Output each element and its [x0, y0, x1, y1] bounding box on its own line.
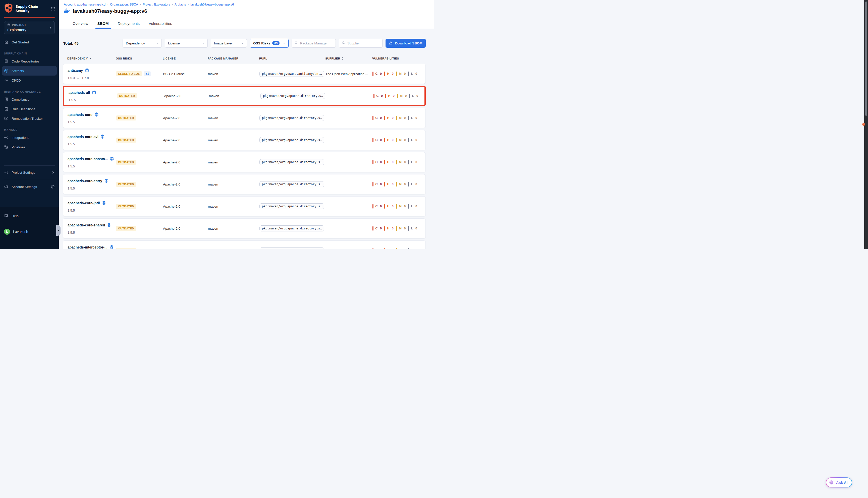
search-input-supplier[interactable]: Supplier [339, 39, 383, 48]
tab-sbom[interactable]: SBOM [98, 18, 109, 29]
purl-cell: pkg:maven/org.apache.directory.s… [259, 219, 325, 238]
table-row-apacheds-all[interactable]: apacheds-all1.5.5OUTDATEDApache-2.0maven… [63, 86, 426, 106]
table-row-apacheds-core[interactable]: apacheds-core1.5.5OUTDATEDApache-2.0mave… [63, 108, 426, 128]
sidebar-item-remediation-tracker[interactable]: Remediation Tracker [0, 114, 59, 123]
column-header-supplier[interactable]: SUPPLIER [325, 57, 372, 60]
sidebar-item-code-repositories[interactable]: Code Repositories [0, 56, 59, 66]
project-selector[interactable]: PROJECT Exploratory [4, 21, 55, 35]
table-row-apacheds-core-avl[interactable]: apacheds-core-avl1.5.5OUTDATEDApache-2.0… [63, 130, 426, 150]
severity-count-h: 0 [392, 183, 393, 186]
sidebar-item-compliance[interactable]: Compliance [0, 95, 59, 104]
oss-risks-cell: OUTDATED [116, 130, 163, 150]
severity-key-l: L [411, 138, 413, 142]
sort-desc-icon[interactable] [89, 57, 92, 60]
sidebar-item-rule-definitions[interactable]: Rule Definitions [0, 104, 59, 114]
severity-count-l: 0 [415, 205, 417, 208]
sidebar-item-integrations[interactable]: Integrations [0, 133, 59, 142]
search-input-package-manager[interactable]: Package Manager [292, 39, 336, 48]
severity-count-h: 0 [392, 160, 393, 164]
oss-risks-cell: OUTDATED [116, 197, 163, 216]
vulnerabilities-cell: C0H0M0L0 [373, 108, 426, 128]
breadcrumb-link-3[interactable]: Project: Exploratory [143, 3, 170, 6]
severity-bar-m [397, 94, 398, 98]
table-row-antisamy[interactable]: antisamy1.5.3→1.7.8CLOSE TO EOL+1BSD-2-C… [63, 64, 426, 84]
column-header-dependency[interactable]: DEPENDENCY [67, 57, 116, 60]
layers-icon [102, 200, 106, 206]
license-value: Apache-2.0 [163, 205, 180, 208]
severity-count-l: 0 [415, 116, 417, 120]
sidebar-collapse-handle[interactable]: ◀ [56, 225, 61, 236]
breadcrumb-link-5[interactable]: lavakush07/easy-buggy-app:v6 [190, 3, 234, 6]
risk-badge: OUTDATED [117, 93, 137, 99]
column-header-label: SUPPLIER [325, 57, 340, 60]
license-value: Apache-2.0 [163, 183, 180, 186]
table-row-apacheds-core-jndi[interactable]: apacheds-core-jndi1.5.5OUTDATEDApache-2.… [63, 196, 426, 217]
sidebar-item-project-settings[interactable]: Project Settings [4, 168, 55, 177]
download-sbom-button[interactable]: Download SBOM [386, 39, 426, 48]
tab-deployments[interactable]: Deployments [118, 18, 140, 29]
purl-chip[interactable]: pkg:maven/org.apache.directory.s… [259, 248, 324, 249]
table-row-apacheds-core-entry[interactable]: apacheds-core-entry1.5.5OUTDATEDApache-2… [63, 174, 426, 194]
filter-select-oss-risks[interactable]: OSS Risks03 [250, 39, 288, 48]
sidebar-item-pipelines[interactable]: Pipelines [0, 142, 59, 152]
column-header-label: VULNERABILITIES [372, 57, 399, 60]
severity-bar-m [396, 71, 397, 76]
sidebar-item-get-started[interactable]: Get Started [0, 37, 59, 47]
sidebar-footer: ? Help L Lavakush [0, 207, 59, 249]
app-switcher-grid-icon[interactable] [51, 6, 55, 11]
severity-bar-l [409, 94, 410, 98]
layers-icon [110, 156, 114, 162]
table-row-apacheds-core-shared[interactable]: apacheds-core-shared1.5.5OUTDATEDApache-… [63, 218, 426, 238]
risk-badge: OUTDATED [116, 182, 136, 187]
filter-select-license[interactable]: License [165, 39, 208, 48]
dependency-name: apacheds-interceptor-... [67, 245, 107, 249]
sidebar-item-ci-cd[interactable]: CI/CD [0, 76, 59, 85]
purl-chip[interactable]: pkg:maven/org.apache.directory.s… [259, 181, 324, 187]
sidebar-item-label: Pipelines [12, 145, 25, 149]
breadcrumb-link-4[interactable]: Artifacts [174, 3, 186, 6]
sidebar-item-account-settings[interactable]: Account Settings [4, 182, 55, 192]
filter-select-image-layer[interactable]: Image Layer [211, 39, 247, 48]
filter-select-dependency[interactable]: Dependency [122, 39, 162, 48]
tab-overview[interactable]: Overview [73, 18, 88, 29]
severity-count-m: 0 [404, 249, 406, 249]
purl-chip[interactable]: pkg:maven/org.apache.directory.s… [259, 225, 324, 232]
package-manager-value: maven [208, 205, 218, 208]
purl-chip[interactable]: pkg:maven/org.apache.directory.s… [260, 93, 325, 99]
breadcrumb-link-1[interactable]: Account: app-harness-ng-cicd [64, 3, 105, 6]
severity-bar-h [384, 116, 385, 120]
oss-risks-cell: OUTDATED [116, 174, 163, 194]
purl-chip[interactable]: pkg:maven/org.apache.directory.s… [259, 115, 324, 121]
table-row-apacheds-core-consta[interactable]: apacheds-core-consta...1.5.5OUTDATEDApac… [63, 152, 426, 172]
severity-count-m: 0 [404, 160, 406, 164]
purl-chip[interactable]: pkg:maven/org.apache.directory.s… [259, 159, 324, 165]
license-value: Apache-2.0 [163, 249, 180, 249]
sidebar-item-artifacts[interactable]: Artifacts [2, 66, 57, 76]
severity-key-h: H [387, 183, 390, 186]
risk-extra-chip[interactable]: +1 [144, 71, 151, 76]
help-button[interactable]: ? Help [4, 212, 55, 220]
breadcrumb-link-2[interactable]: Organization: SSCA [110, 3, 138, 6]
sidebar-item-label: CI/CD [12, 79, 21, 82]
integrations-icon [4, 135, 9, 140]
severity-bar-l [408, 204, 409, 209]
purl-chip[interactable]: pkg:maven/org.apache.directory.s… [259, 137, 324, 143]
tab-vulnerabilities[interactable]: Vulnerabilities [149, 18, 172, 29]
column-header-label: LICENSE [163, 57, 176, 60]
current-version: 1.5.3 [67, 76, 75, 80]
severity-bar-h [384, 160, 385, 165]
column-header-label: OSS RISKS [116, 57, 132, 60]
severity-bar-c [373, 226, 374, 231]
risk-badge: CLOSE TO EOL [116, 71, 142, 76]
sort-icon[interactable] [341, 57, 344, 60]
vulnerabilities-cell: C0H0M0L0 [373, 219, 426, 238]
table-row-apacheds-interceptor[interactable]: apacheds-interceptor-...1.5.5OUTDATEDApa… [63, 240, 426, 249]
license-value: Apache-2.0 [164, 94, 181, 98]
purl-chip[interactable]: pkg:maven/org.apache.directory.s… [259, 203, 324, 209]
user-menu[interactable]: L Lavakush [4, 229, 55, 235]
info-icon[interactable] [51, 185, 55, 189]
severity-count-l: 0 [415, 227, 417, 230]
purl-chip[interactable]: pkg:maven/org.owasp.antisamy/ant… [259, 71, 324, 77]
severity-bar-c [373, 116, 374, 120]
severity-key-l: L [412, 94, 414, 97]
